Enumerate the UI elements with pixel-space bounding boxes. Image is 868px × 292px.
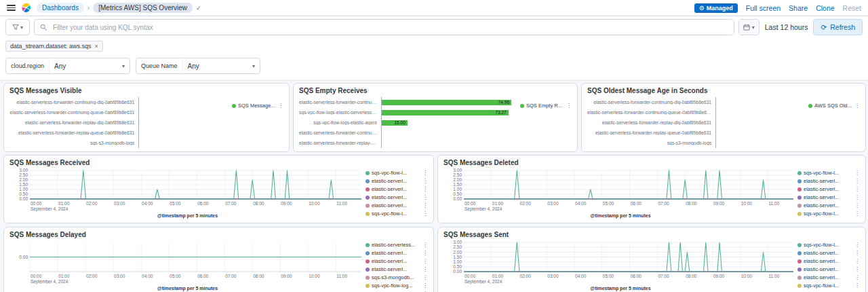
refresh-button[interactable]: ⟳ Refresh [813, 19, 863, 35]
chevron-down-icon: ▾ [20, 24, 23, 31]
legend-item[interactable]: elastic-serverl...⋮ [366, 194, 428, 200]
legend-label: elastic-serverl... [372, 202, 420, 208]
bar-row: elastic-serverless-forwarder-replay-dlq-… [587, 117, 808, 128]
svg-text:04:00: 04:00 [575, 201, 587, 206]
legend-item[interactable]: AWS SQS Olde...⋮ [808, 103, 860, 109]
legend-item[interactable]: elastic-serverl...⋮ [797, 194, 860, 200]
legend-item[interactable]: sqs-vpc-flow-log...⋮ [366, 282, 428, 289]
legend-item[interactable]: elastic-serverl...⋮ [797, 178, 860, 184]
legend-label: elastic-serverless... [372, 242, 420, 248]
legend-label: elastic-serverl... [804, 266, 852, 272]
legend-item[interactable]: elastic-serverl...⋮ [366, 186, 428, 192]
legend-item[interactable]: sqs-vpc-flow-l...⋮ [366, 211, 428, 217]
legend-item-menu-icon[interactable]: ⋮ [854, 258, 860, 264]
legend-item-menu-icon[interactable]: ⋮ [854, 211, 860, 217]
legend-item-menu-icon[interactable]: ⋮ [854, 266, 860, 272]
legend-item-menu-icon[interactable]: ⋮ [854, 194, 860, 200]
legend-item-menu-icon[interactable]: ⋮ [422, 170, 428, 176]
legend-item[interactable]: elastic-serverl...⋮ [366, 178, 428, 184]
legend-item-menu-icon[interactable]: ⋮ [422, 250, 428, 256]
legend-item-menu-icon[interactable]: ⋮ [422, 266, 428, 272]
svg-text:September 4, 2024: September 4, 2024 [31, 279, 68, 285]
control-value: Any [54, 62, 66, 70]
legend-item-menu-icon[interactable]: ⋮ [422, 178, 428, 184]
control-cloud-region[interactable]: cloud.region Any ▾ [5, 58, 130, 74]
clone-button[interactable]: Clone [816, 4, 834, 12]
legend-item-menu-icon[interactable]: ⋮ [854, 242, 860, 248]
svg-text:07:00: 07:00 [658, 201, 669, 206]
legend-item[interactable]: elastic-serverl...⋮ [366, 202, 428, 208]
svg-text:0.00: 0.00 [19, 196, 28, 201]
legend-item-menu-icon[interactable]: ⋮ [422, 202, 428, 208]
chevron-down-icon: ▾ [752, 24, 755, 31]
legend-item[interactable]: elastic-serverl...⋮ [797, 202, 860, 208]
search-input[interactable] [52, 23, 728, 32]
svg-text:05:00: 05:00 [603, 201, 614, 206]
legend-series-dot-icon [797, 243, 802, 247]
legend-item-menu-icon[interactable]: ⋮ [422, 211, 428, 217]
legend-item[interactable]: sqs-vpc-flow-l...⋮ [797, 282, 860, 289]
elastic-logo[interactable] [21, 3, 31, 13]
legend-item[interactable]: elastic-serverl...⋮ [366, 250, 428, 256]
legend-item-menu-icon[interactable]: ⋮ [422, 242, 428, 248]
legend-item-menu-icon[interactable]: ⋮ [854, 178, 860, 184]
svg-text:3.00: 3.00 [453, 240, 462, 244]
legend-item[interactable]: elastic-serverl...⋮ [797, 186, 860, 192]
legend-item-menu-icon[interactable]: ⋮ [566, 103, 572, 109]
svg-text:01:00: 01:00 [58, 201, 70, 206]
filter-pill-label: data_stream.dataset: aws.sqs [10, 43, 92, 50]
legend-item-menu-icon[interactable]: ⋮ [422, 274, 428, 280]
svg-text:09:00: 09:00 [281, 201, 292, 206]
control-value: Any [188, 62, 199, 70]
legend-item-menu-icon[interactable]: ⋮ [422, 186, 428, 192]
close-icon[interactable]: × [95, 43, 98, 50]
svg-text:09:00: 09:00 [281, 274, 292, 278]
share-button[interactable]: Share [789, 4, 808, 12]
calendar-button[interactable]: ▾ [738, 19, 760, 35]
svg-text:03:00: 03:00 [547, 274, 559, 278]
legend-item-menu-icon[interactable]: ⋮ [422, 282, 428, 289]
legend-item-menu-icon[interactable]: ⋮ [854, 282, 860, 289]
panel-title: SQS Empty Receives [299, 87, 572, 96]
filter-pill-datastream[interactable]: data_stream.dataset: aws.sqs × [5, 41, 103, 52]
legend-item-menu-icon[interactable]: ⋮ [854, 170, 860, 176]
menu-icon[interactable] [7, 5, 16, 11]
line-chart-svg: 00:0001:0002:0003:0004:0005:0006:0007:00… [9, 168, 366, 213]
legend-item[interactable]: sqs-s3-mongodb...⋮ [366, 274, 428, 280]
legend-item[interactable]: sqs-vpc-flow-l...⋮ [797, 242, 860, 248]
legend-item-menu-icon[interactable]: ⋮ [854, 103, 860, 109]
legend-item[interactable]: sqs-vpc-flow-l...⋮ [797, 211, 860, 217]
svg-text:00:00: 00:00 [465, 274, 476, 278]
bar-row: elastic-serverless-forwarder-replay-dlq-… [9, 117, 232, 128]
full-screen-button[interactable]: Full screen [746, 4, 781, 12]
legend-item-menu-icon[interactable]: ⋮ [854, 250, 860, 256]
legend-item[interactable]: elastic-serverl...⋮ [797, 274, 860, 280]
legend-item[interactable]: SQS Empty Re...⋮ [520, 103, 572, 109]
breadcrumb-dashboards[interactable]: Dashboards [37, 3, 84, 13]
control-queue-name[interactable]: Queue Name Any ▾ [136, 58, 260, 74]
legend-item[interactable]: elastic-serverl...⋮ [797, 250, 860, 256]
legend-item[interactable]: SQS Message ...⋮ [232, 103, 283, 109]
legend-item[interactable]: elastic-serverl...⋮ [366, 266, 428, 272]
time-range-value[interactable]: Last 12 hours [765, 23, 808, 31]
legend-item-menu-icon[interactable]: ⋮ [422, 194, 428, 200]
legend-item[interactable]: sqs-vpc-flow-l...⋮ [366, 170, 428, 176]
legend-item[interactable]: sqs-vpc-flow-l...⋮ [797, 170, 860, 176]
legend-series-dot-icon [366, 196, 370, 200]
add-filter-button[interactable]: ▾ [5, 19, 30, 35]
legend-label: sqs-s3-mongodb... [372, 274, 420, 280]
legend-item-menu-icon[interactable]: ⋮ [422, 258, 428, 264]
legend-item-menu-icon[interactable]: ⋮ [278, 103, 283, 109]
breadcrumb-current[interactable]: [Metrics AWS] SQS Overview [93, 3, 193, 13]
legend-item[interactable]: elastic-serverl...⋮ [797, 258, 860, 264]
managed-badge[interactable]: ⚙ Managed [694, 3, 738, 13]
legend-item[interactable]: elastic-serverl...⋮ [797, 266, 860, 272]
legend-item-menu-icon[interactable]: ⋮ [854, 202, 860, 208]
legend-item[interactable]: elastic-serverl...⋮ [366, 258, 428, 264]
legend-item-menu-icon[interactable]: ⋮ [854, 274, 860, 280]
legend-item[interactable]: elastic-serverless...⋮ [366, 242, 428, 248]
reset-button[interactable]: Reset [843, 4, 861, 12]
svg-text:03:00: 03:00 [114, 201, 125, 206]
legend-item-menu-icon[interactable]: ⋮ [854, 186, 860, 192]
kql-search-bar[interactable] [34, 19, 734, 35]
